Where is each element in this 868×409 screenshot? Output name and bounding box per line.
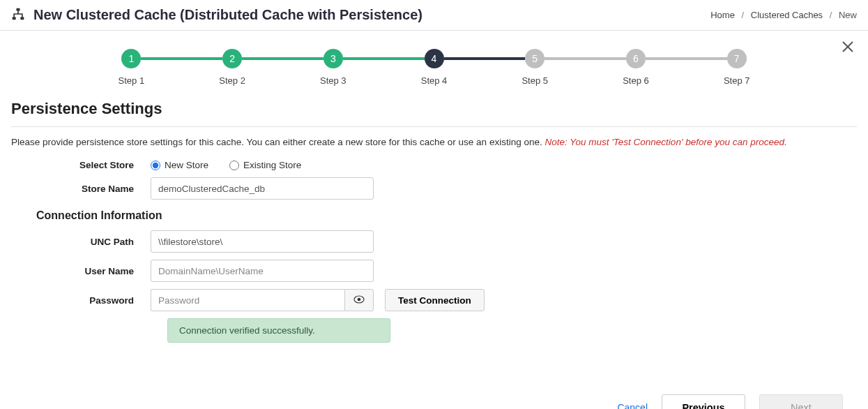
breadcrumb-current: New [839, 10, 857, 20]
step-label: Step 4 [421, 75, 448, 86]
radio-existing-store-label: Existing Store [243, 160, 301, 170]
step-circle: 5 [525, 49, 545, 68]
helper-note: Note: You must 'Test Connection' before … [545, 137, 786, 147]
svg-rect-0 [17, 8, 20, 11]
wizard-step-4: 4Step 4 [383, 49, 485, 86]
helper-main: Please provide persistence store setting… [11, 137, 545, 147]
wizard-step-6: 6Step 6 [586, 49, 687, 86]
wizard-step-7: 7Step 7 [686, 49, 787, 86]
step-label: Step 1 [119, 75, 145, 86]
password-group [151, 289, 374, 311]
input-unc-path[interactable] [151, 230, 374, 253]
breadcrumb-caches[interactable]: Clustered Caches [751, 10, 823, 20]
step-label: Step 7 [724, 75, 750, 86]
row-store-name: Store Name [11, 177, 857, 200]
wizard-step-5: 5Step 5 [485, 49, 586, 86]
step-label: Step 2 [219, 75, 245, 86]
step-circle: 2 [222, 49, 242, 68]
connection-info-title: Connection Information [36, 209, 857, 222]
label-select-store: Select Store [11, 160, 151, 170]
breadcrumb-sep: / [742, 10, 745, 20]
row-unc-path: UNC Path [11, 230, 857, 253]
svg-rect-2 [20, 17, 24, 20]
radio-existing-store-input[interactable] [229, 161, 239, 170]
step-label: Step 6 [623, 75, 649, 86]
row-select-store: Select Store New Store Existing Store [11, 160, 857, 170]
row-password: Password Test Connection [11, 289, 857, 311]
connection-success-message: Connection verified successfully. [167, 318, 390, 343]
eye-icon [353, 295, 365, 306]
input-password[interactable] [151, 289, 344, 311]
breadcrumb-sep: / [830, 10, 832, 20]
step-circle: 1 [121, 49, 141, 68]
wizard-footer: Cancel Previous Next [11, 385, 857, 409]
wizard-steps: 1Step 12Step 23Step 34Step 45Step 56Step… [11, 31, 857, 93]
input-store-name[interactable] [151, 177, 374, 200]
label-unc-path: UNC Path [11, 237, 151, 247]
svg-rect-1 [13, 17, 16, 20]
sitemap-icon [11, 7, 25, 23]
breadcrumb: Home / Clustered Caches / New [710, 10, 857, 20]
step-circle: 4 [425, 49, 444, 68]
page-header: New Clustered Cache (Distributed Cache w… [0, 0, 868, 31]
radio-new-store-label: New Store [165, 160, 208, 170]
header-left: New Clustered Cache (Distributed Cache w… [11, 7, 422, 23]
toggle-password-button[interactable] [344, 289, 374, 311]
label-user-name: User Name [11, 266, 151, 276]
wizard-step-1: 1Step 1 [81, 49, 182, 86]
radio-new-store[interactable]: New Store [151, 160, 208, 170]
svg-point-6 [358, 297, 361, 301]
step-circle: 3 [323, 49, 343, 68]
next-button: Next [759, 394, 843, 409]
step-label: Step 5 [521, 75, 548, 86]
test-connection-button[interactable]: Test Connection [385, 289, 485, 311]
previous-button[interactable]: Previous [662, 394, 745, 409]
row-user-name: User Name [11, 260, 857, 282]
step-label: Step 3 [320, 75, 347, 86]
radio-existing-store[interactable]: Existing Store [229, 160, 301, 170]
radio-new-store-input[interactable] [151, 161, 160, 170]
section-title: Persistence Settings [11, 93, 857, 126]
page-title: New Clustered Cache (Distributed Cache w… [33, 7, 422, 23]
wizard-modal: 1Step 12Step 23Step 34Step 45Step 56Step… [0, 31, 868, 409]
breadcrumb-home[interactable]: Home [710, 10, 735, 20]
divider [11, 126, 857, 127]
cancel-link[interactable]: Cancel [617, 402, 648, 409]
radio-group-store: New Store Existing Store [151, 160, 301, 170]
wizard-step-2: 2Step 2 [182, 49, 283, 86]
wizard-step-3: 3Step 3 [282, 49, 383, 86]
label-store-name: Store Name [11, 184, 151, 194]
input-user-name[interactable] [151, 260, 374, 282]
label-password: Password [11, 295, 151, 306]
step-circle: 7 [727, 49, 747, 68]
step-circle: 6 [626, 49, 646, 68]
helper-text: Please provide persistence store setting… [11, 137, 857, 147]
